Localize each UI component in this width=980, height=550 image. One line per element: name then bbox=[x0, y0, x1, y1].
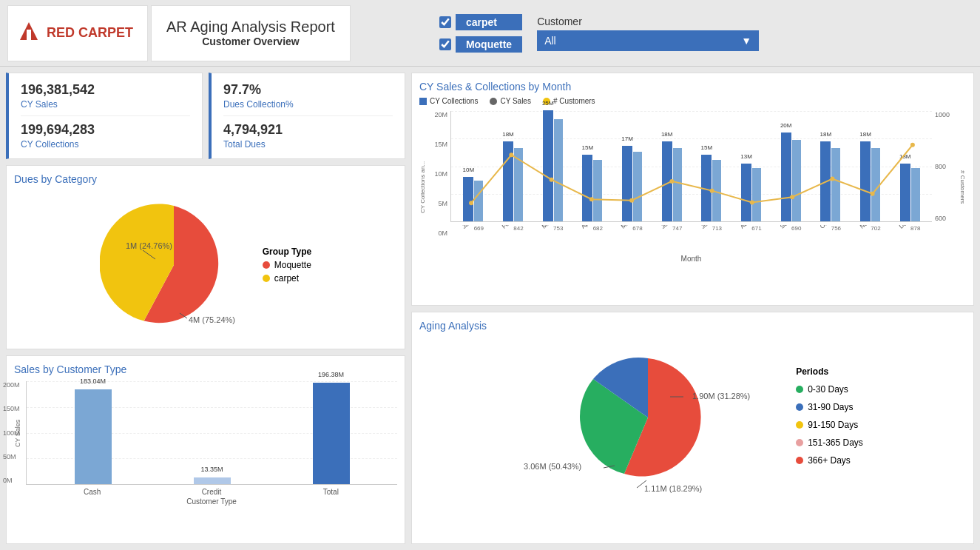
collections-bar-november: 18M bbox=[860, 141, 871, 221]
customer-filter-label: Customer bbox=[537, 16, 759, 27]
366plus-dot bbox=[796, 457, 803, 464]
customer-selected-value: All bbox=[544, 35, 556, 47]
sales-bar-december: 878 bbox=[911, 168, 920, 221]
sales-bar-september: 690 bbox=[792, 140, 801, 221]
cash-bar: 183.04M bbox=[75, 389, 112, 484]
91-150-dot bbox=[796, 421, 803, 429]
carpet-filter-item[interactable]: carpet bbox=[439, 14, 522, 30]
moquette-filter-item[interactable]: Moquette bbox=[439, 36, 522, 53]
chevron-down-icon: ▼ bbox=[741, 35, 751, 47]
aging-chart-card: Aging Analysis 1.90M ( bbox=[411, 312, 974, 545]
svg-text:1.90M (31.28%): 1.90M (31.28%) bbox=[692, 392, 750, 400]
svg-text:1.11M (18.29%): 1.11M (18.29%) bbox=[644, 484, 702, 493]
title-sub: Customer Overview bbox=[166, 36, 335, 47]
svg-text:4M (75.24%): 4M (75.24%) bbox=[189, 315, 235, 324]
legend-cy-sales: CY Sales bbox=[490, 97, 531, 105]
customer-filter: Customer All ▼ bbox=[537, 16, 759, 51]
moquette-legend-label: Moquette bbox=[274, 260, 311, 270]
cy-sales-label: CY Sales bbox=[21, 99, 190, 110]
sales-bar-april: 682 bbox=[593, 160, 602, 221]
151-365-dot bbox=[796, 439, 803, 446]
sales-bar-july: 713 bbox=[712, 160, 721, 221]
legend-91-150: 91-150 Days bbox=[796, 420, 863, 430]
x-label-november: November bbox=[859, 225, 902, 248]
collections-bar-june: 18M bbox=[662, 141, 672, 221]
aging-chart-title: Aging Analysis bbox=[419, 320, 966, 332]
cy-sales-legend-icon bbox=[490, 98, 497, 105]
month-axis-title: Month bbox=[450, 255, 932, 263]
carpet-dot bbox=[263, 275, 270, 282]
logo-icon bbox=[17, 19, 41, 47]
customers-legend-label: # Customers bbox=[553, 97, 595, 105]
credit-bar-group: 13.35M bbox=[153, 477, 271, 484]
collections-bar-december: 13M bbox=[900, 164, 910, 221]
legend-366plus: 366+ Days bbox=[796, 455, 863, 466]
collections-bar-march: 25M bbox=[543, 110, 553, 221]
credit-bar: 13.35M bbox=[194, 477, 231, 484]
cy-sales-value: 196,381,542 bbox=[21, 82, 190, 98]
sales-x-axis-title: Customer Type bbox=[26, 497, 397, 506]
svg-rect-1 bbox=[27, 30, 31, 40]
sales-bar-may: 678 bbox=[633, 152, 642, 221]
collections-bar-october: 18M bbox=[820, 141, 831, 221]
legend-group-type: Group Type bbox=[263, 247, 311, 257]
total-bar-label: 196.38M bbox=[313, 371, 350, 378]
x-label-july: July bbox=[700, 225, 743, 248]
x-label-december: December bbox=[898, 225, 932, 248]
aging-content: 1.90M (31.28%) 3.06M (50.43%) 1.11M (18.… bbox=[419, 336, 966, 499]
checkbox-group: carpet Moquette bbox=[439, 14, 522, 53]
sales-y-ticks: 200M 150M 100M 50M 0M bbox=[3, 381, 20, 484]
collections-bars-wrap: 10M66918M84225M75315M68217M67818M74715M7… bbox=[450, 111, 932, 263]
sales-x-labels: Cash Credit Total bbox=[26, 488, 397, 496]
sales-by-type-card: Sales by Customer Type CY Sales 200M 150… bbox=[6, 355, 405, 544]
kpi-card-sales: 196,381,542 CY Sales 199,694,283 CY Coll… bbox=[6, 73, 203, 159]
svg-text:1M (24.76%): 1M (24.76%) bbox=[126, 241, 172, 250]
91-150-label: 91-150 Days bbox=[808, 420, 858, 430]
carpet-label: carpet bbox=[456, 14, 522, 30]
title-main: AR Aging Analysis Report bbox=[166, 19, 335, 36]
kpi-card-dues: 97.7% Dues Collection% 4,794,921 Total D… bbox=[209, 73, 405, 159]
cy-collections-value: 199,694,283 bbox=[21, 122, 190, 138]
logo-text: RED CARPET bbox=[47, 25, 133, 41]
collections-chart-card: CY Sales & Collections by Month CY Colle… bbox=[411, 73, 974, 306]
moquette-checkbox[interactable] bbox=[439, 38, 451, 50]
sales-bar-november: 702 bbox=[871, 148, 880, 221]
customer-dropdown[interactable]: All ▼ bbox=[537, 30, 759, 51]
dues-pie-legend: Group Type Moquette carpet bbox=[263, 247, 311, 286]
dues-by-category-card: Dues by Category 1M (24.76%) 4M (75.24%) bbox=[6, 165, 405, 349]
sales-bars: 200M 150M 100M 50M 0M bbox=[26, 381, 397, 485]
collections-bar-february: 18M bbox=[503, 141, 513, 221]
31-90-dot bbox=[796, 403, 803, 411]
x-label-august: August bbox=[739, 225, 782, 248]
x-label-september: September bbox=[779, 225, 822, 248]
monthly-bars-container: 10M66918M84225M75315M68217M67818M74715M7… bbox=[450, 111, 932, 222]
0-30-label: 0-30 Days bbox=[808, 384, 848, 395]
collections-chart-body: CY Collections an... 20M 15M 10M 5M 0M bbox=[419, 111, 966, 263]
main-content: 196,381,542 CY Sales 199,694,283 CY Coll… bbox=[0, 67, 980, 550]
month-x-labels: JanuaryFebruaryMarchAprilMayJuneJulyAugu… bbox=[450, 225, 932, 255]
sales-bar-august: 671 bbox=[752, 168, 761, 221]
x-label-cash: Cash bbox=[33, 488, 151, 496]
legend-31-90: 31-90 Days bbox=[796, 402, 863, 412]
dues-pct-value: 97.7% bbox=[223, 82, 393, 98]
total-dues-label: Total Dues bbox=[223, 139, 393, 150]
dues-pie-container: 1M (24.76%) 4M (75.24%) Group Type Moque… bbox=[14, 191, 397, 341]
moquette-dot bbox=[263, 261, 270, 269]
total-dues-value: 4,794,921 bbox=[223, 122, 393, 138]
header: RED CARPET AR Aging Analysis Report Cust… bbox=[0, 0, 980, 67]
carpet-checkbox[interactable] bbox=[439, 16, 451, 28]
moquette-label: Moquette bbox=[456, 36, 522, 53]
cy-sales-legend-label: CY Sales bbox=[500, 97, 531, 105]
x-label-march: March bbox=[541, 225, 584, 248]
legend-moquette: Moquette bbox=[263, 260, 311, 270]
carpet-legend-label: carpet bbox=[274, 273, 299, 284]
aging-pie-chart: 1.90M (31.28%) 3.06M (50.43%) 1.11M (18.… bbox=[522, 336, 774, 499]
aging-legend: Periods 0-30 Days 31-90 Days 91-150 Days bbox=[796, 366, 863, 469]
collections-bar-january: 10M bbox=[463, 177, 473, 221]
collections-bar-july: 15M bbox=[701, 155, 712, 221]
sales-bar-october: 756 bbox=[831, 148, 840, 221]
sales-chart-inner: CY Sales 200M 150M 100M 50M 0M bbox=[14, 381, 397, 506]
dues-pie-chart: 1M (24.76%) 4M (75.24%) bbox=[100, 198, 248, 332]
collections-y-right-ticks: 1000 800 600 bbox=[933, 111, 956, 222]
sales-bar-march: 753 bbox=[554, 119, 563, 221]
